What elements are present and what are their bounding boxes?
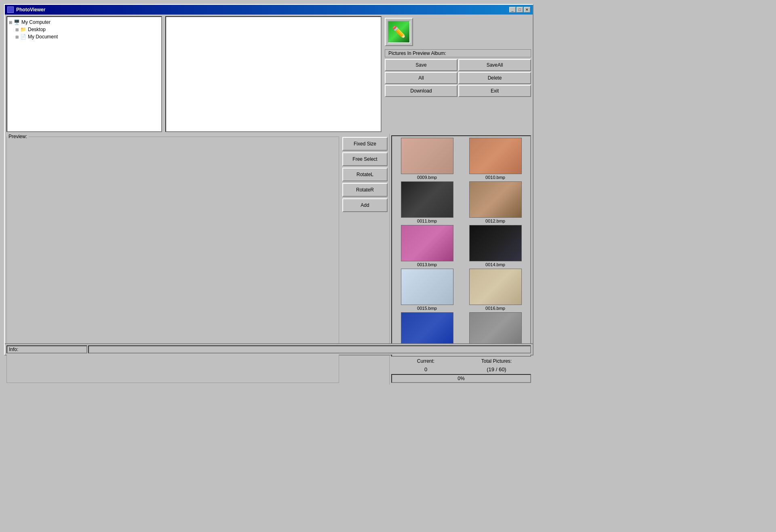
status-bar: Info: [5,343,533,355]
document-icon: 📄 [20,34,26,40]
total-value: (19 / 60) [462,366,531,372]
content-area: ⊞ 🖥️ My Computer ⊞ 📁 Desktop ⊞ 📄 My Docu… [5,15,533,355]
thumb-item-0016[interactable]: 0016.bmp [462,269,529,311]
status-info-label: Info: [9,347,18,352]
thumb-label-0016: 0016.bmp [485,306,505,311]
thumb-item-0011[interactable]: 0011.bmp [394,181,460,223]
thumb-label-0013: 0013.bmp [417,262,437,267]
tree-item-desktop[interactable]: ⊞ 📁 Desktop [15,26,160,33]
thumb-item-0014[interactable]: 0014.bmp [462,225,529,267]
preview-label: Preview: [7,134,29,139]
tree-label-my-document: My Document [28,34,58,40]
scan-icon: ✏️ [388,21,410,43]
save-all-button[interactable]: SaveAll [458,59,531,71]
thumb-img-0009 [401,138,453,174]
stats-area: Current: Total Pictures: 0 (19 / 60) [391,358,531,372]
status-message [88,345,531,353]
all-button[interactable]: All [385,72,458,84]
thumb-img-0014 [469,225,522,261]
tree-panel: ⊞ 🖥️ My Computer ⊞ 📁 Desktop ⊞ 📄 My Docu… [6,16,162,132]
thumb-label-0009: 0009.bmp [417,175,437,180]
desktop-icon: 📁 [20,27,26,32]
thumb-img-0013 [401,225,453,261]
minimize-button[interactable]: _ [509,7,516,13]
tree-item-my-computer[interactable]: ⊞ 🖥️ My Computer [9,19,160,26]
thumb-img-0012 [469,181,522,218]
delete-button[interactable]: Delete [458,72,531,84]
thumb-item-0013[interactable]: 0013.bmp [394,225,460,267]
thumb-label-0011: 0011.bmp [417,219,437,223]
progress-bar: 0% [391,374,531,383]
close-button[interactable]: ✕ [524,7,530,13]
album-buttons: Save SaveAll All Delete Download Exit [385,59,531,97]
progress-value: 0% [458,376,464,381]
title-controls: _ □ ✕ [509,7,530,13]
fixed-size-button[interactable]: Fixed Size [342,137,388,151]
maximize-button[interactable]: □ [517,7,523,13]
thumb-img-0016 [469,269,522,305]
tree-label-desktop: Desktop [28,27,46,32]
thumb-img-0010 [469,138,522,174]
app-icon [7,6,14,13]
tree-label-my-computer: My Computer [21,19,51,25]
free-select-button[interactable]: Free Select [342,152,388,166]
current-value: 0 [391,366,460,372]
thumb-img-0011 [401,181,453,218]
current-label: Current: [391,358,460,364]
album-header: Pictures In Preview Album: [385,49,531,57]
title-bar-left: PhotoViewer [7,6,45,13]
thumb-item-0009[interactable]: 0009.bmp [394,138,460,180]
expand-icon-desktop: ⊞ [15,27,19,32]
thumbnail-grid: 0009.bmp0010.bmp0011.bmp0012.bmp0013.bmp… [394,138,529,354]
thumb-label-0012: 0012.bmp [485,219,505,223]
rotate-r-button[interactable]: RotateR [342,183,388,197]
thumb-label-0015: 0015.bmp [417,306,437,311]
thumbnail-area[interactable]: 0009.bmp0010.bmp0011.bmp0012.bmp0013.bmp… [391,135,531,357]
main-window: PhotoViewer _ □ ✕ ⊞ 🖥️ My Computer ⊞ [4,4,534,355]
save-button[interactable]: Save [385,59,458,71]
title-bar: PhotoViewer _ □ ✕ [5,5,533,15]
expand-icon-document: ⊞ [15,35,19,39]
add-button[interactable]: Add [342,198,388,212]
tree-item-my-document[interactable]: ⊞ 📄 My Document [15,33,160,40]
window-title: PhotoViewer [16,7,45,13]
scan-button[interactable]: ✏️ [385,18,413,46]
rotate-l-button[interactable]: RotateL [342,168,388,181]
status-info: Info: [6,345,87,353]
exit-button[interactable]: Exit [458,85,531,97]
thumb-label-0010: 0010.bmp [485,175,505,180]
expand-icon-computer: ⊞ [9,20,12,25]
thumb-item-0010[interactable]: 0010.bmp [462,138,529,180]
thumb-item-0015[interactable]: 0015.bmp [394,269,460,311]
thumb-label-0014: 0014.bmp [485,262,505,267]
total-label: Total Pictures: [462,358,531,364]
thumb-item-0012[interactable]: 0012.bmp [462,181,529,223]
image-preview-panel [165,16,382,132]
computer-icon: 🖥️ [14,19,20,25]
thumb-img-0015 [401,269,453,305]
download-button[interactable]: Download [385,85,458,97]
